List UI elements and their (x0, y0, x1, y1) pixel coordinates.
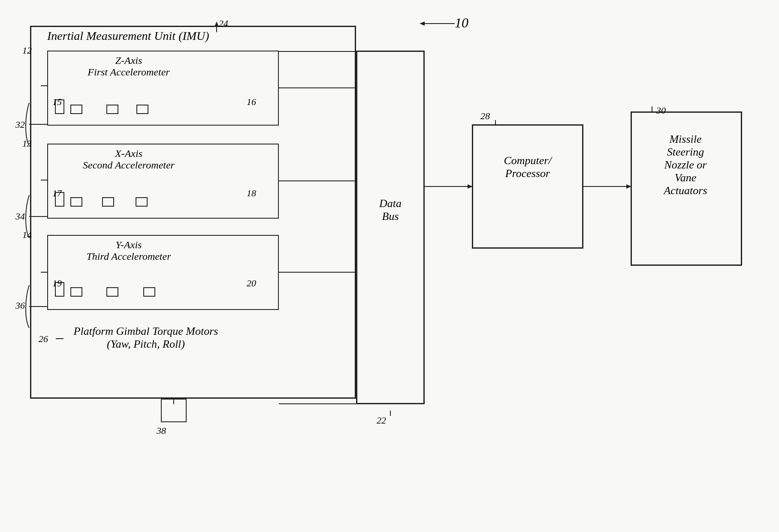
ref-30: 30 (656, 105, 666, 116)
ref-15: 15 (52, 96, 62, 108)
ref-18: 18 (247, 188, 256, 199)
diagram-container: 10 Inertial Measurement Unit (IMU) 24 Z-… (0, 0, 779, 532)
ref-22: 22 (377, 415, 386, 426)
accel-x-label: X-Axis Second Accelerometer (77, 148, 180, 171)
pulse-x-3 (102, 197, 114, 207)
ref-34: 34 (15, 211, 25, 222)
ref-19: 19 (52, 278, 62, 289)
accel-z-label: Z-Axis First Accelerometer (77, 55, 180, 78)
pulse-z-4 (136, 105, 148, 114)
ref-16: 16 (247, 96, 256, 108)
missile-label: Missile Steering Nozzle or Vane Actuator… (634, 133, 737, 197)
data-bus-box (356, 51, 425, 404)
ref-14: 14 (22, 229, 32, 240)
ref-12: 12 (22, 45, 32, 56)
accel-y-pulses (55, 282, 155, 297)
bottom-connector-box (161, 399, 187, 422)
svg-marker-1 (420, 21, 425, 26)
ref-17: 17 (52, 188, 62, 199)
pulse-y-4 (143, 287, 155, 297)
ref-28: 28 (480, 111, 490, 122)
pulse-x-2 (70, 197, 82, 207)
ref-10: 10 (455, 15, 468, 31)
ref-32: 32 (15, 119, 25, 130)
pulse-x-4 (136, 197, 148, 207)
ref-26: 26 (39, 334, 48, 345)
accel-y-label: Y-Axis Third Accelerometer (77, 239, 180, 262)
data-bus-label: Data Bus (362, 197, 418, 223)
ref-20: 20 (247, 278, 256, 289)
pulse-y-2 (70, 287, 82, 297)
platform-label: Platform Gimbal Torque Motors (Yaw, Pitc… (56, 325, 236, 351)
computer-label: Computer/ Processor (476, 154, 579, 180)
ref-36: 36 (15, 300, 25, 311)
computer-box (472, 124, 583, 249)
accel-z-pulses (55, 99, 148, 114)
ref-24: 24 (219, 18, 228, 29)
ref-13: 13 (22, 138, 32, 149)
imu-label: Inertial Measurement Unit (IMU) (47, 29, 209, 43)
pulse-y-3 (106, 287, 118, 297)
pulse-z-3 (106, 105, 118, 114)
ref-38: 38 (157, 425, 166, 436)
accel-x-pulses (55, 192, 148, 207)
pulse-z-2 (70, 105, 82, 114)
